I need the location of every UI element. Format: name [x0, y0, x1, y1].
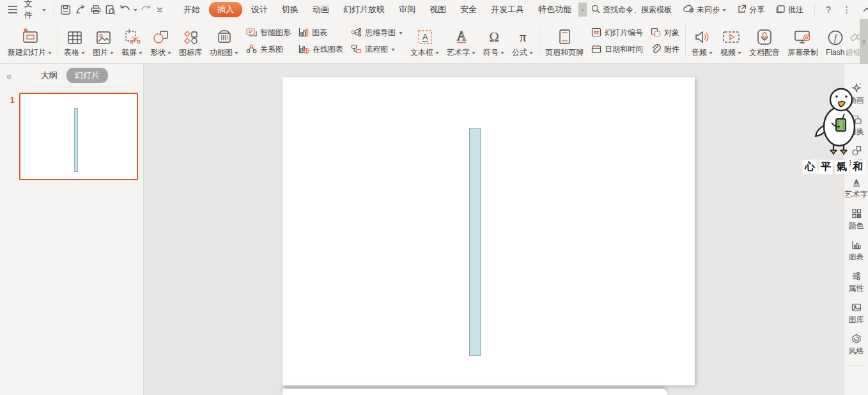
hyperlink-label: 超链接 [846, 47, 860, 58]
word-art-button[interactable]: A 艺术字 [443, 19, 479, 63]
ribbon-overflow-scroll[interactable]: » [860, 19, 868, 64]
sidebar-label: 属性 [849, 284, 864, 292]
svg-text:A: A [456, 29, 466, 43]
video-button[interactable]: 视频 [717, 19, 745, 63]
chevron-down-icon [709, 52, 713, 56]
collapse-panel-icon[interactable]: « [6, 70, 12, 81]
mind-map-button[interactable]: 思维导图 [351, 27, 403, 39]
undo-dropdown-icon[interactable] [134, 9, 137, 13]
tab-scroll-right[interactable]: › [578, 3, 587, 17]
date-time-icon [591, 44, 601, 56]
sidebar-item-animation[interactable]: 动画 [849, 83, 864, 104]
symbol-button[interactable]: Ω 符号 [479, 19, 508, 63]
chevron-down-icon [435, 52, 439, 56]
function-diagram-button[interactable]: 功能图 [206, 19, 242, 63]
save-icon[interactable] [58, 3, 74, 17]
screen-record-icon [793, 25, 812, 45]
sidebar-item-transition[interactable]: 切换 [849, 114, 864, 136]
insert-picture-button[interactable]: 图片 [89, 19, 118, 63]
slide-1-number: 1 [10, 96, 15, 105]
help-button[interactable]: ? [821, 4, 835, 15]
slide-page[interactable] [283, 77, 695, 385]
chevron-down-icon [42, 9, 46, 13]
object-button[interactable]: 对象 [651, 27, 679, 39]
relation-diagram-button[interactable]: 关系图 [246, 44, 291, 56]
sidebar-item-style[interactable]: 风格 [849, 334, 864, 355]
chevron-down-icon [391, 49, 395, 53]
slide-canvas[interactable] [144, 64, 844, 395]
insert-table-button[interactable]: 表格 [60, 19, 89, 63]
divider [58, 25, 58, 58]
outline-tab[interactable]: 大纲 [41, 70, 58, 81]
header-footer-button[interactable]: 页眉和页脚 [541, 19, 587, 63]
screen-record-button[interactable]: 屏幕录制 [784, 19, 822, 63]
new-slide-button[interactable]: 新建幻灯片 [4, 19, 56, 63]
flow-chart-button[interactable]: 流程图 [351, 44, 403, 56]
divider [814, 4, 815, 15]
slide-number-button[interactable]: 幻灯片编号 [591, 27, 643, 39]
chart-button[interactable]: 图表 [298, 27, 343, 39]
color-icon [851, 208, 862, 220]
share-icon [738, 4, 747, 15]
print-preview-icon[interactable] [103, 3, 118, 17]
screenshot-button[interactable]: 截屏 [118, 19, 146, 63]
collapse-ribbon-button[interactable] [858, 7, 868, 12]
tab-insert[interactable]: 插入 [209, 2, 242, 17]
slides-tab[interactable]: 幻灯片 [66, 68, 108, 83]
properties-sliders-icon [851, 271, 862, 283]
tab-security[interactable]: 安全 [453, 2, 484, 17]
file-menu-button[interactable]: 文件 [20, 0, 50, 21]
animation-icon [851, 83, 862, 95]
relation-diagram-icon [246, 44, 257, 56]
formula-button[interactable]: π 公式 [508, 19, 537, 63]
sidebar-item-gallery[interactable]: 图库 [849, 302, 864, 323]
sidebar-item-chart[interactable]: 图表 [849, 240, 864, 261]
attachment-button[interactable]: 附件 [651, 44, 679, 56]
share-button[interactable]: 分享 [733, 4, 769, 15]
divider [685, 25, 686, 58]
hamburger-icon[interactable] [5, 3, 20, 17]
print-icon[interactable] [88, 3, 104, 17]
hyperlink-button[interactable]: 超链接 [838, 19, 860, 64]
audio-label: 音频 [692, 47, 707, 58]
sidebar-item-color[interactable]: 颜色 [849, 208, 864, 229]
online-chart-button[interactable]: 在线图表 [298, 44, 343, 56]
text-box-button[interactable]: A 文本框 [407, 19, 443, 63]
search-box[interactable]: 查找命令、搜索模板 [587, 4, 676, 15]
slide-number-icon [591, 27, 601, 39]
slide-1-thumbnail[interactable] [19, 93, 138, 180]
qat-more-icon[interactable] [152, 3, 167, 17]
date-time-button[interactable]: 日期和时间 [591, 44, 643, 56]
picture-icon [95, 25, 112, 45]
sidebar-item-word-art[interactable]: A 艺术字 [845, 177, 868, 198]
tab-home[interactable]: 开始 [176, 2, 207, 17]
vertical-rectangle-shape[interactable] [469, 128, 481, 356]
tab-slideshow[interactable]: 幻灯片放映 [336, 2, 392, 17]
icon-library-button[interactable]: 图标库 [175, 19, 206, 63]
tab-special-features[interactable]: 特色功能 [531, 2, 578, 17]
video-label: 视频 [720, 47, 736, 58]
audio-button[interactable]: 音频 [688, 19, 717, 63]
redo-icon[interactable] [137, 3, 153, 17]
tab-review[interactable]: 审阅 [392, 2, 422, 17]
tab-animation[interactable]: 动画 [306, 2, 336, 17]
sidebar-item-shapes[interactable]: 形状 [849, 146, 864, 167]
smart-graphics-button[interactable]: 智能图形 [246, 27, 291, 39]
undo-icon[interactable] [118, 3, 134, 17]
tab-devtools[interactable]: 开发工具 [484, 2, 531, 17]
chevron-down-icon [472, 52, 476, 56]
comment-button[interactable]: 批注 [771, 4, 808, 15]
tab-transition[interactable]: 切换 [275, 2, 306, 17]
sync-status-button[interactable]: 未同步 [679, 4, 731, 15]
tab-view[interactable]: 视图 [422, 2, 453, 17]
tab-design[interactable]: 设计 [244, 2, 275, 17]
shapes-button[interactable]: 形状 [146, 19, 175, 63]
doc-dubbing-button[interactable]: 文档配音 [745, 19, 784, 63]
table-icon [66, 25, 83, 45]
word-art-icon: A [453, 25, 470, 45]
export-icon[interactable] [73, 3, 88, 17]
sidebar-item-properties[interactable]: 属性 [849, 271, 864, 292]
attachment-paperclip-icon [651, 44, 661, 56]
video-icon [722, 25, 741, 45]
more-menu-button[interactable]: ⋮ [838, 4, 856, 15]
